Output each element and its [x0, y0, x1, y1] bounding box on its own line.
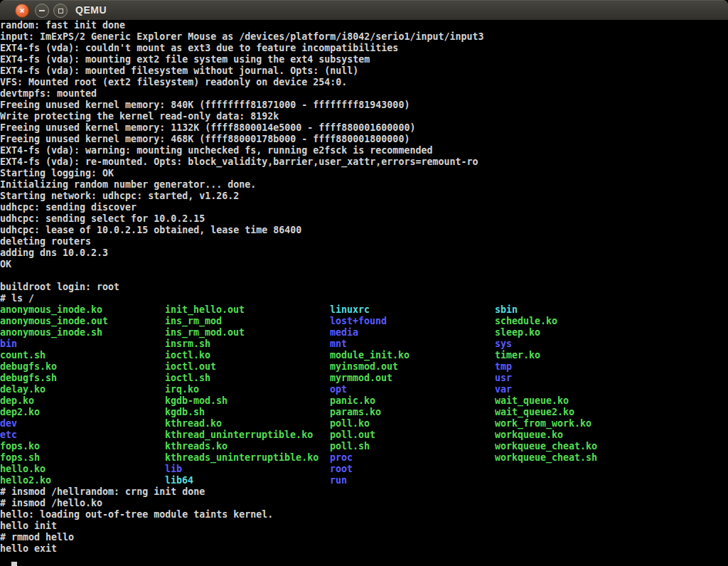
file-entry: irq.ko: [165, 384, 318, 395]
file-entry: dep.ko: [0, 395, 108, 407]
console-line: [0, 270, 728, 282]
console-line: EXT4-fs (vda): mounted filesystem withou…: [0, 65, 728, 77]
file-entry: mnt: [330, 338, 410, 350]
console-line: udhcpc: sending discover: [0, 202, 728, 213]
console-line: udhcpc: sending select for 10.0.2.15: [0, 213, 728, 225]
file-entry: kthreads_uninterruptible.ko: [165, 452, 318, 464]
console-line: random: fast init done: [0, 20, 728, 31]
file-entry: ins_rm_mod: [165, 316, 318, 327]
console-line: input: ImExPS/2 Generic Explorer Mouse a…: [0, 31, 728, 43]
shell-log: # insmod /hellrandom: crng init done# in…: [0, 486, 728, 555]
file-entry: kthread_uninterruptible.ko: [165, 429, 318, 441]
file-entry: linuxrc: [330, 304, 410, 316]
ls-column-1: anonymous_inode.koanonymous_inode.outano…: [0, 304, 108, 486]
prompt-line: #: [0, 555, 728, 566]
console-line: # insmod /hello.ko: [0, 498, 728, 509]
console-line: deleting routers: [0, 236, 728, 247]
file-entry: myinsmod.out: [330, 361, 410, 373]
file-entry: dep2.ko: [0, 407, 108, 418]
ls-output: anonymous_inode.koanonymous_inode.outano…: [0, 304, 728, 486]
file-entry: kgdb-mod.sh: [165, 395, 318, 407]
console-line: Write protecting the kernel read-only da…: [0, 111, 728, 122]
file-entry: work_from_work.ko: [495, 418, 597, 429]
file-entry: poll.out: [330, 429, 410, 441]
boot-log: random: fast init doneinput: ImExPS/2 Ge…: [0, 20, 728, 304]
file-entry: poll.sh: [330, 441, 410, 452]
console-line: Freeing unused kernel memory: 1132K (fff…: [0, 122, 728, 134]
console-line: EXT4-fs (vda): mounting ext2 file system…: [0, 54, 728, 65]
minimize-button[interactable]: [35, 4, 49, 18]
terminal-cursor: [11, 562, 17, 566]
file-entry: hello2.ko: [0, 475, 108, 486]
close-icon: ×: [19, 6, 24, 15]
file-entry: root: [330, 464, 410, 475]
console-line: EXT4-fs (vda): re-mounted. Opts: block_v…: [0, 156, 728, 168]
file-entry: count.sh: [0, 350, 108, 361]
console-line: # ls /: [0, 293, 728, 304]
file-entry: ioctl.sh: [165, 373, 318, 384]
file-entry: etc: [0, 429, 108, 441]
file-entry: delay.ko: [0, 384, 108, 395]
console-line: udhcpc: lease of 10.0.2.15 obtained, lea…: [0, 225, 728, 236]
console-line: Starting network: udhcpc: started, v1.26…: [0, 191, 728, 202]
ls-column-2: init_hello.outins_rm_modins_rm_mod.outin…: [165, 304, 318, 486]
qemu-window: × QEMU random: fast init doneinput: ImEx…: [0, 0, 728, 566]
file-entry: myrmmod.out: [330, 373, 410, 384]
file-entry: anonymous_inode.ko: [0, 304, 108, 316]
file-entry: debugfs.sh: [0, 373, 108, 384]
file-entry: proc: [330, 452, 410, 464]
console-line: VFS: Mounted root (ext2 filesystem) read…: [0, 77, 728, 88]
file-entry: kthread.ko: [165, 418, 318, 429]
console-line: Starting logging: OK: [0, 168, 728, 179]
file-entry: ioctl.ko: [165, 350, 318, 361]
file-entry: kthreads.ko: [165, 441, 318, 452]
file-entry: timer.ko: [495, 350, 597, 361]
titlebar[interactable]: × QEMU: [0, 0, 728, 20]
file-entry: wait_queue2.ko: [495, 407, 597, 418]
file-entry: sleep.ko: [495, 327, 597, 338]
terminal-screen[interactable]: random: fast init doneinput: ImExPS/2 Ge…: [0, 20, 728, 566]
file-entry: wait_queue.ko: [495, 395, 597, 407]
maximize-button[interactable]: [53, 4, 68, 18]
file-entry: panic.ko: [330, 395, 410, 407]
console-line: # insmod /hellrandom: crng init done: [0, 486, 728, 498]
file-entry: sys: [495, 338, 597, 350]
file-entry: sbin: [495, 304, 597, 316]
file-entry: module_init.ko: [330, 350, 410, 361]
file-entry: fops.sh: [0, 452, 108, 464]
ls-column-3: linuxrclost+foundmediamntmodule_init.kom…: [330, 304, 410, 486]
file-entry: lib64: [165, 475, 318, 486]
ls-column-4: sbinschedule.kosleep.kosystimer.kotmpusr…: [495, 304, 597, 464]
console-line: # rmmod hello: [0, 532, 728, 543]
file-entry: dev: [0, 418, 108, 429]
console-line: hello init: [0, 520, 728, 532]
file-entry: insrm.sh: [165, 338, 318, 350]
file-entry: schedule.ko: [495, 316, 597, 327]
maximize-icon: [58, 9, 63, 14]
console-line: EXT4-fs (vda): couldn't mount as ext3 du…: [0, 43, 728, 54]
window-title: QEMU: [75, 4, 107, 16]
file-entry: run: [330, 475, 410, 486]
file-entry: workqueue.ko: [495, 429, 597, 441]
file-entry: params.ko: [330, 407, 410, 418]
console-line: devtmpfs: mounted: [0, 88, 728, 100]
file-entry: anonymous_inode.sh: [0, 327, 108, 338]
file-entry: media: [330, 327, 410, 338]
file-entry: var: [495, 384, 597, 395]
console-line: hello: loading out-of-tree module taints…: [0, 509, 728, 520]
file-entry: fops.ko: [0, 441, 108, 452]
file-entry: lib: [165, 464, 318, 475]
console-line: hello exit: [0, 543, 728, 555]
file-entry: anonymous_inode.out: [0, 316, 108, 327]
close-button[interactable]: ×: [15, 4, 29, 18]
file-entry: lost+found: [330, 316, 410, 327]
file-entry: bin: [0, 338, 108, 350]
minimize-icon: [39, 10, 45, 11]
console-line: Freeing unused kernel memory: 840K (ffff…: [0, 100, 728, 111]
file-entry: workqueue_cheat.ko: [495, 441, 597, 452]
file-entry: ioctl.out: [165, 361, 318, 373]
console-line: EXT4-fs (vda): warning: mounting uncheck…: [0, 145, 728, 156]
file-entry: kgdb.sh: [165, 407, 318, 418]
console-line: Initializing random number generator... …: [0, 179, 728, 191]
file-entry: poll.ko: [330, 418, 410, 429]
